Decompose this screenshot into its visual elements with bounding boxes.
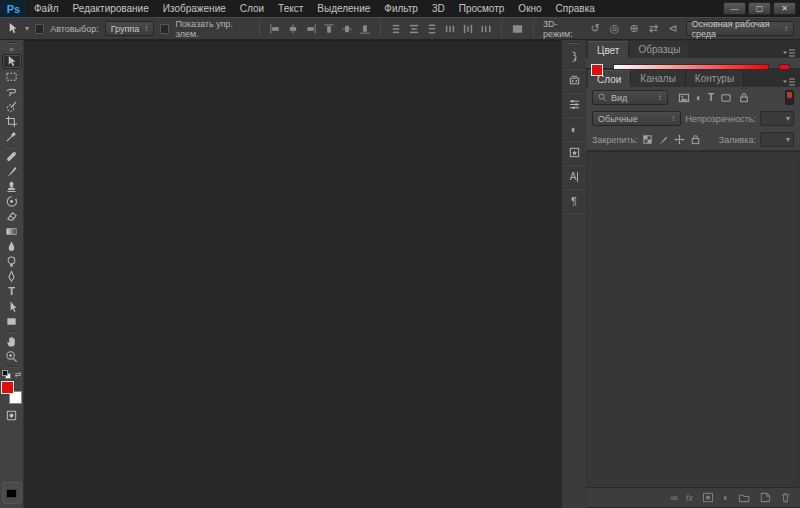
autoselect-checkbox[interactable] — [35, 24, 44, 34]
lasso-tool[interactable] — [2, 84, 22, 99]
crop-tool[interactable] — [2, 114, 22, 129]
document-canvas-area[interactable] — [24, 40, 561, 508]
distribute-top-edges-icon[interactable] — [390, 23, 402, 35]
lock-transparency-icon[interactable] — [642, 134, 653, 145]
quick-mask-button[interactable] — [2, 408, 22, 423]
autoselect-target-select[interactable]: Группа ↕ — [105, 21, 155, 36]
align-top-edges-icon[interactable] — [323, 23, 335, 35]
collapse-toolbar-icon[interactable]: » — [9, 45, 13, 54]
filter-shape-layers-icon[interactable] — [720, 92, 732, 104]
clone-stamp-tool[interactable] — [2, 179, 22, 194]
menu-edit[interactable]: Редактирование — [66, 0, 156, 17]
eraser-tool[interactable] — [2, 209, 22, 224]
filter-type-layers-icon[interactable]: T — [708, 92, 714, 103]
character-panel-icon[interactable]: A — [562, 165, 586, 189]
minimize-button[interactable]: — — [723, 2, 746, 15]
type-tool[interactable]: T — [2, 284, 22, 299]
tab-channels[interactable]: Каналы — [631, 70, 686, 87]
menu-layers[interactable]: Слои — [233, 0, 271, 17]
fill-input[interactable]: ▾ — [760, 132, 794, 147]
filter-adjustment-layers-icon[interactable]: ◐ — [696, 92, 702, 103]
close-button[interactable]: ✕ — [773, 2, 796, 15]
clone-source-panel-icon[interactable] — [562, 69, 586, 93]
zoom-tool[interactable] — [2, 349, 22, 364]
foreground-color-swatch[interactable] — [1, 381, 14, 394]
blend-mode-select[interactable]: Обычные ↕ — [592, 111, 681, 126]
opacity-input[interactable]: ▾ — [760, 111, 794, 126]
menu-select[interactable]: Выделение — [310, 0, 377, 17]
pen-tool[interactable] — [2, 269, 22, 284]
spot-healing-brush-tool[interactable] — [2, 149, 22, 164]
auto-align-layers-icon[interactable] — [511, 23, 524, 35]
distribute-right-edges-icon[interactable] — [480, 23, 492, 35]
new-layer-icon[interactable] — [759, 492, 771, 503]
new-group-icon[interactable] — [738, 492, 750, 503]
lock-position-icon[interactable] — [674, 134, 685, 145]
rectangular-marquee-tool[interactable] — [2, 69, 22, 84]
delete-layer-icon[interactable] — [780, 492, 791, 503]
hand-tool[interactable] — [2, 334, 22, 349]
rectangle-shape-tool[interactable] — [2, 314, 22, 329]
align-horizontal-centers-icon[interactable] — [287, 23, 299, 35]
menu-window[interactable]: Окно — [511, 0, 548, 17]
brush-tool[interactable] — [2, 164, 22, 179]
distribute-horizontal-centers-icon[interactable] — [462, 23, 474, 35]
adjustment-layer-icon[interactable]: ◐ — [723, 492, 729, 503]
align-vertical-centers-icon[interactable] — [341, 23, 353, 35]
menu-file[interactable]: Файл — [27, 0, 66, 17]
foreground-color-swatch[interactable] — [591, 64, 603, 76]
lock-all-icon[interactable] — [690, 134, 701, 145]
roll-3d-icon[interactable]: ◎ — [608, 22, 621, 35]
menu-type[interactable]: Текст — [271, 0, 310, 17]
slide-3d-icon[interactable]: ⇄ — [647, 22, 660, 35]
filter-pixel-layers-icon[interactable] — [678, 92, 690, 104]
path-selection-tool[interactable] — [2, 299, 22, 314]
menu-view[interactable]: Просмотр — [452, 0, 512, 17]
tab-color[interactable]: Цвет — [588, 41, 629, 58]
blur-tool[interactable] — [2, 239, 22, 254]
quick-selection-tool[interactable] — [2, 99, 22, 114]
link-layers-icon[interactable]: ∞ — [671, 492, 677, 503]
toolbar-grip[interactable] — [6, 42, 18, 44]
move-tool[interactable] — [2, 54, 22, 69]
distribute-bottom-edges-icon[interactable] — [426, 23, 438, 35]
brush-presets-panel-icon[interactable] — [562, 45, 586, 69]
pan-3d-icon[interactable]: ⊕ — [627, 22, 640, 35]
layer-mask-icon[interactable] — [702, 492, 714, 503]
layer-style-icon[interactable]: fx — [686, 493, 693, 503]
tab-swatches[interactable]: Образцы — [629, 41, 690, 58]
layer-filter-toggle[interactable] — [785, 90, 794, 105]
menu-help[interactable]: Справка — [549, 0, 602, 17]
orbit-3d-icon[interactable]: ↺ — [588, 22, 601, 35]
history-brush-tool[interactable] — [2, 194, 22, 209]
default-colors-icon[interactable] — [2, 370, 11, 379]
show-transform-controls-checkbox[interactable] — [160, 24, 169, 34]
menu-image[interactable]: Изображение — [156, 0, 233, 17]
dodge-tool[interactable] — [2, 254, 22, 269]
filter-smart-objects-icon[interactable] — [738, 92, 750, 104]
tool-preset-caret-icon[interactable]: ▾ — [25, 24, 29, 33]
align-bottom-edges-icon[interactable] — [359, 23, 371, 35]
distribute-vertical-centers-icon[interactable] — [408, 23, 420, 35]
lock-image-icon[interactable] — [658, 134, 669, 145]
tab-paths[interactable]: Контуры — [686, 70, 744, 87]
align-left-edges-icon[interactable] — [269, 23, 281, 35]
screen-mode-button[interactable] — [2, 482, 22, 504]
distribute-left-edges-icon[interactable] — [444, 23, 456, 35]
maximize-button[interactable]: ▢ — [748, 2, 771, 15]
layers-list[interactable] — [586, 150, 800, 487]
gradient-tool[interactable] — [2, 224, 22, 239]
workspace-select[interactable]: Основная рабочая среда ↕ — [686, 21, 795, 36]
adjustments-panel-icon[interactable]: ◐ — [562, 117, 586, 141]
layer-filter-select[interactable]: Вид ↕ — [592, 90, 668, 105]
properties-panel-icon[interactable] — [562, 93, 586, 117]
menu-3d[interactable]: 3D — [425, 0, 452, 17]
styles-panel-icon[interactable] — [562, 141, 586, 165]
zoom-3d-icon[interactable]: ⊲ — [666, 22, 679, 35]
eyedropper-tool[interactable] — [2, 129, 22, 144]
dock-grip[interactable] — [568, 42, 580, 44]
menu-filter[interactable]: Фильтр — [377, 0, 425, 17]
align-right-edges-icon[interactable] — [305, 23, 317, 35]
swap-colors-icon[interactable]: ⇄ — [15, 370, 22, 379]
paragraph-panel-icon[interactable]: ¶ — [562, 189, 586, 213]
